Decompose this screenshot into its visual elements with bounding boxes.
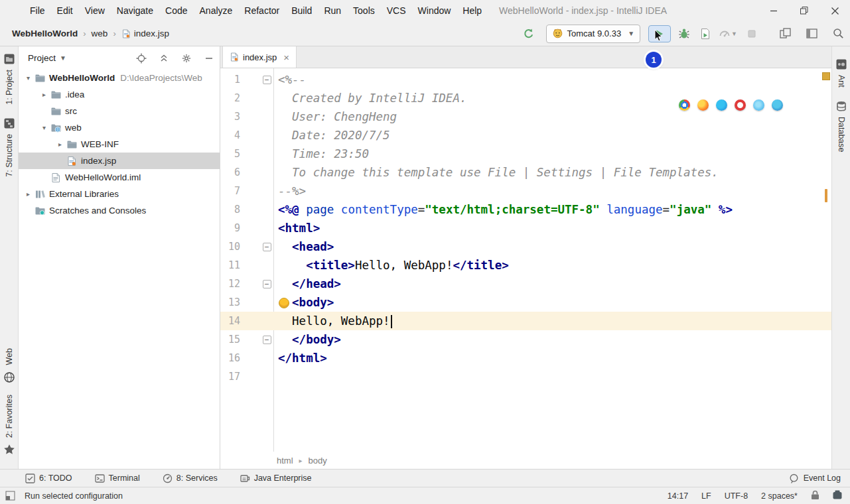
- chrome-browser-icon[interactable]: [679, 99, 690, 111]
- close-tab-icon[interactable]: ×: [283, 52, 289, 62]
- code-line-7[interactable]: 7--%>: [220, 182, 831, 200]
- search-everywhere-button[interactable]: [830, 26, 846, 42]
- safari-browser-icon[interactable]: [772, 99, 783, 111]
- inspections-hector-icon[interactable]: [833, 490, 842, 501]
- code-line-10[interactable]: 10− <head>: [220, 237, 831, 256]
- menu-view[interactable]: View: [79, 0, 111, 21]
- close-button[interactable]: [819, 0, 850, 21]
- project-panel-title[interactable]: Project: [28, 53, 56, 63]
- code-line-12[interactable]: 12− </head>: [220, 275, 831, 293]
- hide-panel-icon[interactable]: [204, 53, 214, 64]
- tree-item-scratches-and-consoles[interactable]: Scratches and Consoles: [19, 202, 220, 219]
- toolwindow-button-ant[interactable]: Ant: [835, 56, 847, 91]
- fold-marker-icon[interactable]: −: [260, 280, 273, 288]
- layout-button[interactable]: [804, 26, 819, 42]
- line-ending[interactable]: LF: [701, 491, 711, 501]
- code-line-11[interactable]: 11 <title>Hello, WebApp!</title>: [220, 256, 831, 275]
- breadcrumb-item-webhelloworld[interactable]: WebHelloWorld: [12, 29, 78, 38]
- encoding[interactable]: UTF-8: [725, 491, 748, 501]
- tree-arrow-right-icon[interactable]: ▸: [56, 141, 64, 148]
- intention-bulb-icon[interactable]: [279, 298, 289, 308]
- menu-navigate[interactable]: Navigate: [111, 0, 159, 21]
- tree-arrow-down-icon[interactable]: ▾: [40, 124, 48, 131]
- menu-edit[interactable]: Edit: [51, 0, 79, 21]
- toolwindow-button-database[interactable]: Database: [835, 97, 847, 156]
- tree-item-src[interactable]: src: [19, 103, 220, 119]
- toolwindow-8-services[interactable]: 8: Services: [163, 473, 218, 483]
- toolwindow-button-2-favorites[interactable]: 2: Favorites: [3, 391, 15, 457]
- tree-arrow-right-icon[interactable]: ▸: [40, 91, 48, 98]
- tree-item-index-jsp[interactable]: index.jsp: [19, 153, 220, 169]
- lock-icon[interactable]: [811, 490, 819, 502]
- tree-item-web[interactable]: ▾web: [19, 119, 220, 136]
- edge-browser-icon[interactable]: [716, 99, 727, 111]
- menu-help[interactable]: Help: [457, 0, 488, 21]
- locate-file-icon[interactable]: [136, 53, 147, 64]
- toolwindow-button-1-project[interactable]: 1: Project: [3, 50, 15, 108]
- code-line-9[interactable]: 9<html>: [220, 219, 831, 237]
- menu-analyze[interactable]: Analyze: [194, 0, 239, 21]
- opera-browser-icon[interactable]: [735, 99, 746, 111]
- tree-item-webhelloworld[interactable]: ▾WebHelloWorldD:\IdeaProjects\Web: [19, 70, 220, 86]
- tree-item-idea[interactable]: ▸.idea: [19, 86, 220, 103]
- code-line-6[interactable]: 6 To change this template use File | Set…: [220, 163, 831, 182]
- code-line-14[interactable]: 14 Hello, WebApp!: [220, 312, 831, 330]
- code-line-8[interactable]: 8<%@ page contentType="text/html;charset…: [220, 200, 831, 219]
- tree-arrow-right-icon[interactable]: ▸: [24, 190, 33, 198]
- toolwindow-button-web[interactable]: Web: [3, 345, 15, 384]
- editor-breadcrumb-body[interactable]: body: [309, 456, 327, 466]
- code-line-5[interactable]: 5 Time: 23:50: [220, 145, 831, 163]
- menu-refactor[interactable]: Refactor: [238, 0, 285, 21]
- fold-marker-icon[interactable]: −: [260, 76, 273, 84]
- event-log-button[interactable]: Event Log: [789, 473, 841, 483]
- settings-gear-icon[interactable]: [181, 53, 192, 64]
- minimize-button[interactable]: [758, 0, 789, 21]
- menu-run[interactable]: Run: [318, 0, 347, 21]
- tree-item-label: src: [65, 106, 77, 116]
- menu-window[interactable]: Window: [412, 0, 457, 21]
- tree-item-webhelloworld-iml[interactable]: WebHelloWorld.iml: [19, 169, 220, 186]
- toolwindow-toggle-icon[interactable]: [5, 491, 15, 501]
- code-line-1[interactable]: 1−<%--: [220, 70, 831, 89]
- firefox-browser-icon[interactable]: [697, 99, 709, 111]
- code-line-4[interactable]: 4 Date: 2020/7/5: [220, 126, 831, 145]
- fold-marker-icon[interactable]: −: [260, 336, 273, 344]
- editor-breadcrumb-html[interactable]: html: [277, 456, 293, 466]
- toolwindow-java-enterprise[interactable]: Java Enterprise: [240, 473, 312, 483]
- caret-position[interactable]: 14:17: [668, 491, 688, 501]
- tree-item-external-libraries[interactable]: ▸External Libraries: [19, 186, 220, 202]
- breadcrumb-item-web[interactable]: web: [92, 29, 108, 38]
- toolwindow-button-7-structure[interactable]: 7: Structure: [3, 115, 15, 180]
- collapse-all-icon[interactable]: [159, 53, 169, 64]
- diagram-button[interactable]: [777, 26, 793, 42]
- code-line-13[interactable]: 13 <body>: [220, 293, 831, 312]
- line-number: 6: [220, 163, 240, 182]
- coverage-button[interactable]: [697, 26, 713, 42]
- code-line-16[interactable]: 16</html>: [220, 349, 831, 367]
- menu-vcs[interactable]: VCS: [381, 0, 412, 21]
- profiler-button[interactable]: ▼: [719, 28, 737, 40]
- code-area[interactable]: 1−<%--2 Created by IntelliJ IDEA.3 User:…: [220, 68, 831, 452]
- debug-button[interactable]: [676, 26, 692, 42]
- code-line-15[interactable]: 15− </body>: [220, 330, 831, 349]
- menu-build[interactable]: Build: [285, 0, 318, 21]
- menu-tools[interactable]: Tools: [347, 0, 381, 21]
- code-line-17[interactable]: 17: [220, 367, 831, 386]
- indent-style[interactable]: 2 spaces*: [761, 491, 798, 501]
- toolwindow-label: Java Enterprise: [254, 473, 312, 483]
- tree-arrow-down-icon[interactable]: ▾: [24, 74, 33, 82]
- run-configuration-select[interactable]: Tomcat 9.0.33 ▼: [546, 25, 641, 43]
- menu-file[interactable]: File: [24, 0, 51, 21]
- toolwindow-terminal[interactable]: Terminal: [95, 473, 140, 483]
- ie-browser-icon[interactable]: [753, 99, 764, 111]
- chevron-down-icon[interactable]: ▼: [60, 54, 66, 62]
- toolwindow-6-todo[interactable]: 6: TODO: [25, 473, 72, 483]
- breadcrumb-item-index-jsp[interactable]: index.jsp: [134, 29, 169, 38]
- tree-item-web-inf[interactable]: ▸WEB-INF: [19, 136, 220, 153]
- error-stripe[interactable]: [821, 70, 831, 452]
- fold-marker-icon[interactable]: −: [260, 243, 273, 251]
- tab-index-jsp[interactable]: index.jsp ×: [222, 46, 297, 68]
- update-application-icon[interactable]: [521, 26, 537, 42]
- restore-button[interactable]: [789, 0, 819, 21]
- menu-code[interactable]: Code: [159, 0, 193, 21]
